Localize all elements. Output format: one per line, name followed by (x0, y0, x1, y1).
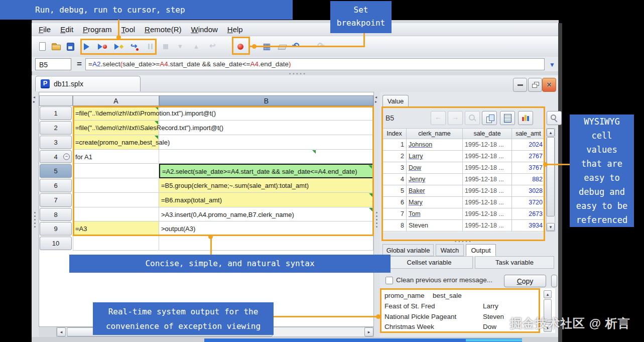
value-cell-clerk[interactable]: Johnson (407, 139, 463, 151)
run-button[interactable] (80, 40, 93, 53)
menu-window[interactable]: Window (191, 25, 217, 34)
value-cell-clerk[interactable]: Dow (407, 162, 463, 174)
prev-value-button[interactable] (431, 111, 446, 125)
column-header-a[interactable]: A (73, 95, 159, 106)
tab-value[interactable]: Value (382, 95, 409, 106)
left-splitter-strip[interactable]: ◂ ▸ (32, 92, 39, 337)
formula-input[interactable]: =A2.select(sale_date>=A4.start_date && s… (85, 58, 545, 70)
cell-reference-input[interactable]: B5 (35, 58, 71, 70)
value-cell-clerk[interactable]: Mary (407, 197, 463, 208)
close-button[interactable]: × (542, 78, 556, 92)
row-header-8[interactable]: 8 (40, 208, 72, 221)
row-header-1[interactable]: 1 (40, 106, 72, 120)
menu-program[interactable]: Program (83, 25, 112, 34)
copy-data-button[interactable] (482, 111, 497, 125)
next-value-button[interactable] (448, 111, 463, 125)
zoom-value-button[interactable] (465, 111, 480, 125)
minimize-button[interactable] (513, 78, 527, 92)
pause-button[interactable] (144, 40, 157, 53)
step-out-button[interactable] (190, 40, 203, 53)
open-file-button[interactable] (50, 40, 63, 53)
cell-A4[interactable]: for A1 (73, 150, 159, 164)
value-col-header-sale_amt[interactable]: sale_amt (512, 128, 545, 139)
cutoff-button[interactable] (551, 275, 557, 287)
grid-corner-header[interactable] (39, 95, 73, 106)
expand-right-icon[interactable]: ▸ (33, 100, 35, 104)
value-cell-clerk[interactable]: Jenny (407, 174, 463, 185)
column-header-b[interactable]: B (159, 95, 373, 106)
scroll-down-icon[interactable]: ▾ (547, 223, 555, 231)
row-header-9[interactable]: 9 (40, 222, 72, 236)
menu-help[interactable]: Help (227, 25, 243, 34)
copy-button[interactable]: Copy (504, 275, 546, 287)
formula-expand-button[interactable] (547, 59, 558, 70)
collapse-left-icon[interactable]: ◂ (375, 95, 377, 99)
cell-B6[interactable]: =B5.group(clerk_name;~.sum(sale_amt):tot… (159, 178, 373, 193)
cell-B10[interactable] (159, 236, 373, 251)
cell-A5[interactable] (73, 164, 159, 178)
scroll-right-icon[interactable]: ▸ (364, 327, 373, 336)
tab-output[interactable]: Output (466, 244, 496, 256)
cell-B9[interactable]: >output(A3) (159, 221, 373, 236)
cell-marker-icon (155, 121, 158, 125)
row-header-2[interactable]: 2 (40, 121, 72, 135)
step-button[interactable] (128, 40, 141, 53)
step-return-button[interactable] (206, 40, 219, 53)
row-header-10[interactable]: 10 (40, 237, 72, 250)
cell-B7[interactable]: =B6.maxp(total_amt) (159, 193, 373, 207)
expand-right-icon[interactable]: ▸ (375, 100, 377, 104)
cell-B4[interactable] (159, 150, 373, 164)
tab-task-variable[interactable]: Task variable (475, 256, 554, 269)
scroll-up-icon[interactable]: ▴ (544, 290, 552, 298)
cell-A2[interactable]: =file("..\\demo\\zh\\txt\\SalesRecord.tx… (73, 121, 159, 135)
value-col-header-Index[interactable]: Index (382, 128, 407, 139)
tab-db11-splx[interactable]: P db11.splx (35, 76, 141, 91)
value-cell-clerk[interactable]: Tom (407, 208, 463, 220)
record-view-button[interactable] (500, 111, 515, 125)
menu-file[interactable]: File (39, 25, 51, 34)
menu-tool[interactable]: Tool (121, 25, 136, 34)
value-cell-clerk[interactable]: Baker (407, 185, 463, 197)
menu-edit[interactable]: Edit (60, 25, 73, 34)
value-cell-clerk[interactable]: Larry (407, 151, 463, 162)
cell-A6[interactable] (73, 178, 159, 193)
collapse-left-icon[interactable]: ◂ (33, 95, 35, 99)
debug-button[interactable] (96, 40, 109, 53)
row-header-6[interactable]: 6 (40, 179, 72, 192)
row-header-4[interactable]: 4− (40, 150, 72, 163)
new-file-button[interactable] (36, 40, 49, 53)
set-breakpoint-button[interactable] (234, 40, 247, 53)
cell-A8[interactable] (73, 207, 159, 221)
tab-cellset-variable[interactable]: Cellset variable (385, 256, 473, 269)
cell-A10[interactable] (73, 236, 159, 251)
cell-A1[interactable]: =file("..\\demo\\zh\\txt\\Promotion.txt"… (73, 106, 159, 121)
row-header-5[interactable]: 5 (40, 164, 72, 178)
save-button[interactable] (64, 40, 77, 53)
cell-A3[interactable]: =create(promo_name,best_sale) (73, 135, 159, 150)
cell-B8[interactable]: >A3.insert(0,A4.promo_name,B7.clerk_name… (159, 207, 373, 221)
cell-B3[interactable] (159, 135, 373, 150)
menu-remoter[interactable]: Remote(R) (145, 25, 181, 34)
row-header-3[interactable]: 3 (40, 136, 72, 149)
draw-chart-button[interactable] (518, 111, 533, 125)
scroll-left-icon[interactable]: ◂ (57, 327, 66, 336)
stop-button[interactable] (159, 40, 172, 53)
restore-button[interactable] (528, 78, 542, 92)
pin-button[interactable] (547, 111, 562, 125)
clean-message-checkbox[interactable] (385, 277, 393, 284)
splitter-handle[interactable]: ••••• (455, 239, 473, 244)
middle-splitter-strip[interactable]: ◂ ▸ (374, 92, 380, 337)
cell-A9[interactable]: =A3 (73, 221, 159, 236)
run-to-cursor-button[interactable] (112, 40, 125, 53)
scroll-up-icon[interactable]: ▴ (547, 129, 555, 137)
row-header-7[interactable]: 7 (40, 193, 72, 207)
value-col-header-sale_date[interactable]: sale_date (463, 128, 512, 139)
cell-A7[interactable] (73, 193, 159, 207)
value-cell-clerk[interactable]: Steven (407, 220, 463, 232)
collapse-icon[interactable]: − (63, 154, 70, 160)
value-col-header-clerk_name[interactable]: clerk_name (407, 128, 463, 139)
cell-B5[interactable]: =A2.select(sale_date>=A4.start_date && s… (159, 164, 373, 178)
scrollbar-thumb[interactable] (547, 137, 555, 216)
tab-watch[interactable]: Watch (436, 244, 464, 256)
step-into-button[interactable] (174, 40, 187, 53)
